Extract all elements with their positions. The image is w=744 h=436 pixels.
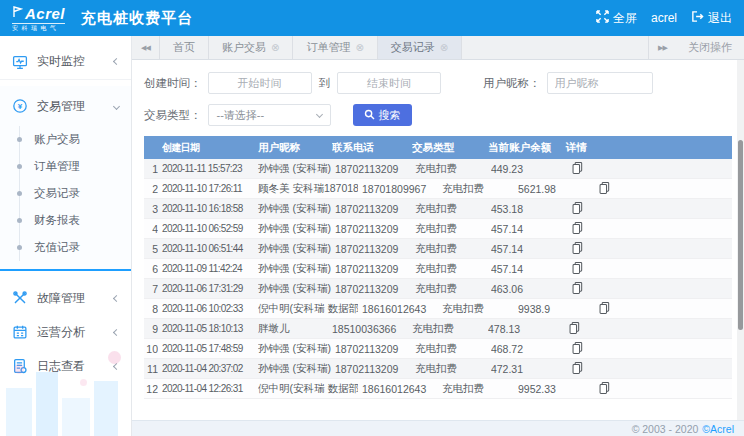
chevron-left-icon: [113, 58, 120, 65]
cell-nickname: 孙钟强 (安科瑞): [258, 282, 331, 296]
top-bar: Acrel 安科瑞电气 充电桩收费平台 全屏 acrel 退出: [0, 0, 744, 36]
detail-copy-icon[interactable]: [571, 161, 584, 175]
username[interactable]: acrel: [651, 11, 677, 25]
cell-index: 9: [144, 323, 158, 335]
tab-account-transactions[interactable]: 账户交易 ⊗: [209, 36, 293, 59]
cell-phone: 18702113209: [335, 243, 411, 255]
detail-copy-icon[interactable]: [571, 361, 584, 375]
start-time-input[interactable]: [208, 72, 312, 94]
detail-copy-icon[interactable]: [598, 381, 611, 395]
cell-index: 11: [144, 363, 158, 375]
logout-label: 退出: [708, 10, 732, 27]
chevron-left-icon: [113, 294, 120, 301]
cell-type: 充电扣费: [412, 322, 484, 336]
tab-home[interactable]: 首页: [160, 36, 209, 59]
cell-index: 5: [144, 243, 158, 255]
end-time-input[interactable]: [337, 72, 441, 94]
col-phone: 联系电话: [332, 141, 408, 155]
detail-copy-icon[interactable]: [571, 261, 584, 275]
cell-balance: 478.13: [488, 323, 562, 335]
sidebar-item-fault-mgmt[interactable]: 故障管理: [0, 281, 131, 315]
cell-index: 3: [144, 203, 158, 215]
cell-index: 7: [144, 283, 158, 295]
content-panel: 创建时间： 到 用户昵称： 交易类型： --请选择--: [132, 60, 744, 420]
sidebar-item-operation-analysis[interactable]: 运营分析: [0, 315, 131, 349]
table-body: 1 2020-11-11 15:57:23 孙钟强 (安科瑞) 18702113…: [144, 159, 732, 399]
detail-copy-icon[interactable]: [571, 241, 584, 255]
fullscreen-button[interactable]: 全屏: [596, 10, 637, 27]
scrollbar-track[interactable]: [737, 60, 744, 420]
cell-balance: 9952.33: [518, 383, 592, 395]
submenu-item-order-management[interactable]: 订单管理: [20, 153, 131, 180]
detail-copy-icon[interactable]: [571, 341, 584, 355]
table-row: 1 2020-11-11 15:57:23 孙钟强 (安科瑞) 18702113…: [144, 159, 732, 179]
cell-type: 充电扣费: [442, 302, 514, 316]
table-header: 创建日期 用户昵称 联系电话 交易类型 当前账户余额 详情: [144, 136, 732, 159]
tools-icon: [12, 290, 28, 306]
sidebar-section-transactions: ¥ 交易管理 账户交易 订单管理 交易记录 财务报表 充值记录: [0, 86, 131, 271]
cell-type: 充电扣费: [415, 162, 487, 176]
tab-order-management[interactable]: 订单管理 ⊗: [293, 36, 377, 59]
tabs-scroll-left-button[interactable]: ◀◀: [132, 36, 160, 59]
filter-row-2: 交易类型： --请选择-- 搜索: [144, 104, 732, 126]
cell-nickname: 顾冬美 安科瑞1870180: [258, 182, 358, 196]
cell-nickname: 孙钟强 (安科瑞): [258, 222, 331, 236]
cell-index: 1: [144, 163, 158, 175]
flag-icon: [12, 5, 23, 21]
table-row: 11 2020-11-04 20:37:02 孙钟强 (安科瑞) 1870211…: [144, 359, 732, 379]
submenu-item-account-transactions[interactable]: 账户交易: [20, 126, 131, 153]
nickname-input[interactable]: [547, 72, 653, 94]
cell-index: 12: [144, 383, 158, 395]
detail-copy-icon[interactable]: [568, 321, 581, 335]
submenu-item-transaction-records[interactable]: 交易记录: [20, 180, 131, 207]
submenu-item-recharge-records[interactable]: 充值记录: [20, 234, 131, 261]
cell-nickname: 胖墩儿: [258, 322, 328, 336]
cell-date: 2020-11-10 06:51:44: [162, 243, 254, 254]
transactions-icon: ¥: [12, 98, 28, 114]
detail-copy-icon[interactable]: [598, 181, 611, 195]
cell-phone: 18702113209: [335, 163, 411, 175]
scrollbar-thumb[interactable]: [738, 140, 743, 330]
nickname-label: 用户昵称：: [483, 76, 541, 91]
tabs-scroll-right-button[interactable]: ▶▶: [648, 36, 676, 59]
close-icon[interactable]: ⊗: [271, 43, 279, 53]
cell-balance: 5621.98: [518, 183, 592, 195]
sidebar-item-log-viewer[interactable]: 日志查看: [0, 349, 131, 383]
detail-copy-icon[interactable]: [571, 201, 584, 215]
detail-copy-icon[interactable]: [571, 281, 584, 295]
footer: © 2003 - 2020 ©Acrel: [132, 420, 744, 436]
tab-bar: ◀◀ 首页 账户交易 ⊗ 订单管理 ⊗ 交易记录 ⊗ ▶▶: [132, 36, 744, 60]
close-operations-dropdown[interactable]: 关闭操作: [676, 36, 744, 59]
bullet-icon: [17, 191, 22, 196]
tab-transaction-records[interactable]: 交易记录 ⊗: [378, 36, 462, 59]
transaction-type-label: 交易类型：: [144, 108, 202, 123]
cell-phone: 18702113209: [335, 203, 411, 215]
brand-link[interactable]: ©Acrel: [702, 423, 734, 435]
search-button[interactable]: 搜索: [353, 104, 412, 126]
detail-copy-icon[interactable]: [598, 301, 611, 315]
logout-button[interactable]: 退出: [691, 10, 732, 27]
close-icon[interactable]: ⊗: [440, 43, 448, 53]
cell-date: 2020-11-04 20:37:02: [162, 363, 254, 374]
sidebar-item-realtime-monitor[interactable]: 实时监控: [0, 44, 131, 80]
detail-copy-icon[interactable]: [571, 221, 584, 235]
cell-phone: 18702113209: [335, 363, 411, 375]
transaction-type-select[interactable]: --请选择--: [208, 104, 331, 126]
cell-phone: 18701809967: [362, 183, 438, 195]
cell-index: 6: [144, 263, 158, 275]
col-nickname: 用户昵称: [258, 141, 328, 155]
cell-nickname: 孙钟强 (安科瑞): [258, 262, 331, 276]
cell-date: 2020-11-04 12:26:31: [162, 383, 254, 394]
sidebar-item-label: 运营分析: [37, 324, 114, 341]
fullscreen-label: 全屏: [613, 10, 637, 27]
submenu-item-financial-reports[interactable]: 财务报表: [20, 207, 131, 234]
log-icon: [12, 358, 28, 374]
cell-balance: 463.06: [491, 283, 565, 295]
cell-type: 充电扣费: [415, 222, 487, 236]
cell-nickname: 孙钟强 (安科瑞): [258, 342, 331, 356]
cell-type: 充电扣费: [415, 362, 487, 376]
bullet-icon: [17, 137, 22, 142]
cell-phone: 18702113209: [335, 223, 411, 235]
sidebar-item-transaction-mgmt[interactable]: ¥ 交易管理: [0, 90, 131, 122]
close-icon[interactable]: ⊗: [355, 43, 363, 53]
